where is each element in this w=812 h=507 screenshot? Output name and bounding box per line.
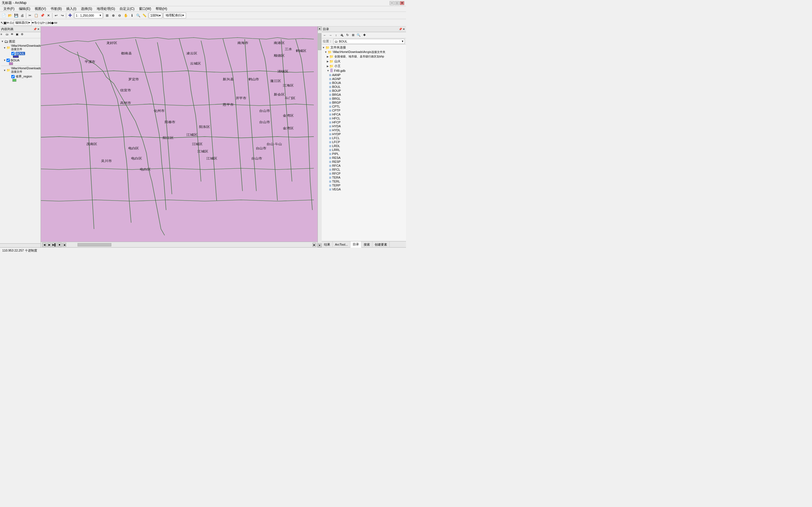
toc-visibility-btn[interactable]: 👁 [11,33,16,38]
new-button[interactable]: 📄 [1,12,7,18]
map-nav-next[interactable]: ▶ [47,242,52,247]
catalog-subfolder-2[interactable]: ▶ 📁 山火 [322,59,405,64]
catalog-new[interactable]: ✚ [362,33,367,38]
region-item[interactable]: 省界_region [7,74,40,79]
catalog-view[interactable]: ⊞ [350,33,356,38]
gdb-item-tera[interactable]: ⊞ TERA [322,175,405,179]
gdb-item-aanp[interactable]: ⊞ AANP [322,73,405,77]
zoom-full-button[interactable]: ⊞ [104,12,110,18]
minimize-button[interactable]: ─ [390,1,394,5]
move-tool[interactable]: ⊹ [37,21,40,25]
identify-button[interactable]: ℹ [129,12,135,18]
hscroll-thumb[interactable] [78,243,111,246]
union-tool[interactable]: ∪ [40,21,43,25]
map-nav-prev[interactable]: ◀ [42,242,47,247]
catalog-close-icon[interactable]: ✕ [403,27,405,31]
gdb-item-rfcp[interactable]: ⊞ RFCP [322,172,405,175]
layer-group-1-header[interactable]: ▼ 📁 \\Mac\Home\Downloads\Arcgis连接文件 [3,44,40,52]
boua-header[interactable]: ▼ BOUA [3,58,40,62]
maximize-button[interactable]: □ [395,1,399,5]
region-checkbox[interactable] [11,75,15,78]
gdb-item-hyda[interactable]: ⊞ HYDA [322,124,405,128]
gdb-item-brgp[interactable]: ⊞ BRGP [322,101,405,105]
menu-edit[interactable]: 编辑(E) [17,6,33,12]
edit-tool[interactable]: ✏ [6,21,9,25]
zoom-in-button[interactable]: ⊕ [110,12,116,18]
menu-insert[interactable]: 插入(I) [64,6,79,12]
window-controls[interactable]: ─ □ ✕ [390,1,404,5]
tab-arctool[interactable]: ArcTool... [333,241,350,247]
catalog-pin-icon[interactable]: 📌 [399,27,402,31]
open-button[interactable]: 📂 [7,12,13,18]
toc-hscroll[interactable] [0,243,41,247]
add-data-button[interactable]: ✚ [67,12,73,18]
vscroll-up[interactable]: ▲ [318,26,322,31]
catalog-conn[interactable]: 🔌 [339,33,344,38]
gdb-item-brgl[interactable]: ⊞ BRGL [322,97,405,101]
catalog-fwd[interactable]: → [328,33,333,38]
menu-file[interactable]: 文件(F) [1,6,17,12]
merge-tool[interactable]: ⋈ [48,21,51,25]
catalog-subfolder-1[interactable]: ▶ 📁 全国省级、地市级、县市级行政区划shp [322,54,405,59]
tab-search[interactable]: 搜索 [361,241,372,247]
find-button[interactable]: 🔍 [135,12,141,18]
gdb-item-hfcl[interactable]: ⊞ HFCL [322,116,405,120]
print-button[interactable]: 🖨 [19,12,26,18]
pan-button[interactable]: ✋ [123,12,129,18]
measure-button[interactable]: 📏 [141,12,147,18]
gdb-item-lfcl[interactable]: ⊞ LFCL [322,136,405,140]
gdb-item-cptl[interactable]: ⊞ CPTL [322,105,405,108]
boul-item[interactable]: BOUL [7,52,40,55]
gdb-item-boup[interactable]: ⊞ BOUP [322,89,405,93]
tab-create[interactable]: 创建要素 [372,241,390,247]
layers-header[interactable]: ▼ 🗂 图层 [1,39,40,44]
menu-help[interactable]: 帮助(H) [153,6,169,12]
save-button[interactable]: 💾 [13,12,19,18]
hscroll-right[interactable]: ▶ [312,243,316,247]
toc-close-icon[interactable]: ✕ [37,27,40,31]
hscroll-left[interactable]: ◀ [62,243,66,247]
editor-dropdown[interactable]: 编辑器(S)▾ [14,20,32,25]
sketch-tool[interactable]: ✒ [32,21,35,25]
catalog-up[interactable]: ↑ [334,33,339,38]
clip-tool[interactable]: ⌂ [45,21,47,25]
boul-checkbox[interactable] [11,52,15,55]
toc-source-btn[interactable]: 🗂 [6,33,11,38]
gdb-item-brga[interactable]: ⊞ BRGA [322,93,405,97]
gdb-item-vega[interactable]: ⊞ VEGA [322,187,405,191]
map-vscroll[interactable]: ▲ ▼ [317,26,321,247]
map-area[interactable]: 龙好区 南海市 南港区 三水 顺德区 鹤城区 都南县 凌云区 云城区 罗定市 新… [41,26,317,242]
zoom-percent[interactable]: 100%▾ [149,13,162,18]
scale-dropdown-icon[interactable]: ▾ [100,13,101,17]
map-nav-play[interactable]: ▶▌ [52,242,57,247]
vscroll-down[interactable]: ▼ [318,243,322,247]
toc-settings-btn[interactable]: ⚙ [21,33,26,38]
scale-selector[interactable]: 1 : 1,250,000 ▾ [74,13,103,18]
catalog-back[interactable]: ← [322,33,327,38]
draw-polygon[interactable]: ▱ [11,21,14,25]
boul-label[interactable]: BOUL [15,52,25,55]
delete-button[interactable]: ✕ [45,12,52,18]
gdb-item-rfca[interactable]: ⊞ RFCA [322,164,405,168]
map-hscroll[interactable]: ◀ ▶ [62,243,316,247]
rotate-tool[interactable]: ↻ [35,21,37,25]
menu-bookmark[interactable]: 书签(B) [48,6,64,12]
gdb-item-hfcp[interactable]: ⊞ HFCP [322,120,405,124]
catalog-gdb[interactable]: ▼ 🗄 F49.gdb [322,68,405,73]
gdb-item-lrdl[interactable]: ⊞ LRDL [322,144,405,148]
gdb-item-agnp[interactable]: ⊞ AGNP [322,77,405,81]
paste-button[interactable]: 📌 [39,12,45,18]
catalog-subfolder-3[interactable]: ▶ 📁 小王 [322,64,405,68]
undo-button[interactable]: ↩ [53,12,59,18]
redo-button[interactable]: ↪ [59,12,65,18]
catalog-path1[interactable]: ▼ 📁 \\Mac\Home\Downloads\Arcgis连接文件夹 [322,50,405,54]
gdb-item-rfcl[interactable]: ⊞ RFCL [322,168,405,172]
gdb-item-hydp[interactable]: ⊞ HYDP [322,132,405,136]
gdb-item-boua[interactable]: ⊞ BOUA [322,81,405,85]
menu-customize[interactable]: 自定义(C) [117,6,137,12]
location-value[interactable]: 🗂 BOUL ▾ [333,39,405,44]
vscroll-thumb[interactable] [318,33,321,50]
layer-group-2-header[interactable]: ▼ 📁 \\Mac\Home\Downloads\Arcgis连接文件 [3,66,40,74]
menu-view[interactable]: 视图(V) [33,6,48,12]
split-tool[interactable]: ⊢ [43,21,45,25]
